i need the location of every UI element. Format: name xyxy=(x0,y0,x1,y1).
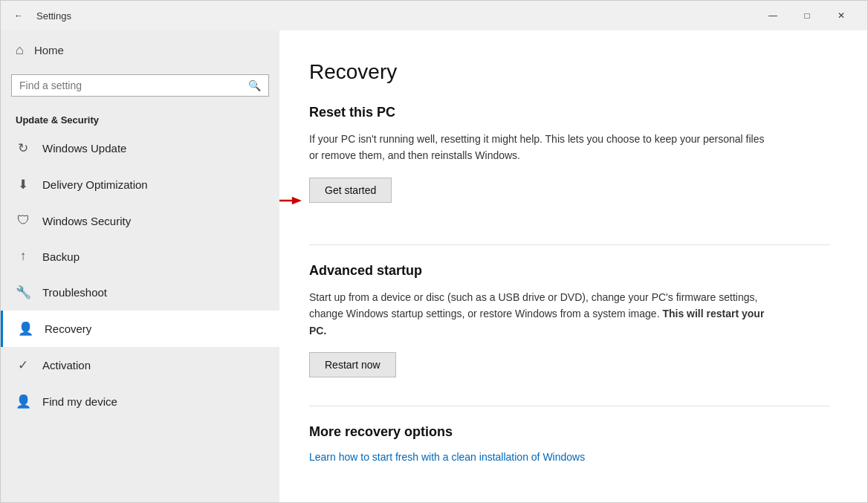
red-arrow-annotation xyxy=(279,192,302,209)
more-recovery-section: More recovery options Learn how to start… xyxy=(309,424,830,464)
sidebar-item-windows-security[interactable]: 🛡 Windows Security xyxy=(1,203,279,238)
sidebar-item-label-activation: Activation xyxy=(42,359,91,371)
sidebar-item-label-windows-security: Windows Security xyxy=(42,215,131,227)
sidebar: ⌂ Home 🔍 Update & Security ↻ Windows Upd… xyxy=(1,30,279,502)
sidebar-item-label-delivery-optimization: Delivery Optimization xyxy=(42,178,148,191)
sidebar-item-recovery[interactable]: 👤 Recovery xyxy=(1,311,279,347)
sidebar-item-activation[interactable]: ✓ Activation xyxy=(1,347,279,383)
title-bar-left: ← Settings xyxy=(10,4,71,27)
sidebar-section-label: Update & Security xyxy=(1,107,279,130)
sidebar-item-label-windows-update: Windows Update xyxy=(42,142,126,155)
advanced-startup-section: Advanced startup Start up from a device … xyxy=(309,263,830,398)
home-icon: ⌂ xyxy=(16,42,24,58)
clean-install-link[interactable]: Learn how to start fresh with a clean in… xyxy=(309,451,585,463)
more-recovery-title: More recovery options xyxy=(309,424,830,440)
search-input[interactable] xyxy=(19,79,242,91)
windows-update-icon: ↻ xyxy=(16,140,30,156)
title-bar: ← Settings — □ ✕ xyxy=(1,1,867,30)
back-button[interactable]: ← xyxy=(10,4,27,27)
sidebar-item-backup[interactable]: ↑ Backup xyxy=(1,238,279,274)
main-content: Recovery Reset this PC If your PC isn't … xyxy=(279,30,867,502)
sidebar-item-label-backup: Backup xyxy=(42,250,80,263)
sidebar-home-item[interactable]: ⌂ Home xyxy=(1,30,279,70)
sidebar-item-troubleshoot[interactable]: 🔧 Troubleshoot xyxy=(1,274,279,311)
sidebar-item-label-recovery: Recovery xyxy=(45,322,91,335)
search-icon: 🔍 xyxy=(248,79,261,91)
find-my-device-icon: 👤 xyxy=(16,394,30,409)
activation-icon: ✓ xyxy=(16,357,30,373)
divider-1 xyxy=(309,244,830,245)
sidebar-item-label-find-my-device: Find my device xyxy=(42,395,117,408)
delivery-optimization-icon: ⬇ xyxy=(16,177,30,192)
home-label: Home xyxy=(34,44,64,56)
minimize-button[interactable]: — xyxy=(756,4,790,27)
restart-now-button[interactable]: Restart now xyxy=(309,352,396,377)
divider-2 xyxy=(309,406,830,406)
get-started-button[interactable]: Get started xyxy=(309,178,392,203)
sidebar-item-find-my-device[interactable]: 👤 Find my device xyxy=(1,383,279,420)
maximize-button[interactable]: □ xyxy=(790,4,824,27)
recovery-icon: 👤 xyxy=(18,321,33,337)
sidebar-item-label-troubleshoot: Troubleshoot xyxy=(42,286,107,299)
search-box[interactable]: 🔍 xyxy=(11,74,269,97)
reset-pc-desc: If your PC isn't running well, resetting… xyxy=(309,131,770,164)
reset-pc-title: Reset this PC xyxy=(309,105,830,120)
advanced-startup-desc: Start up from a device or disc (such as … xyxy=(309,289,770,339)
settings-window: ← Settings — □ ✕ ⌂ Home 🔍 Update & Secur… xyxy=(0,0,868,503)
page-title: Recovery xyxy=(309,60,830,84)
advanced-startup-title: Advanced startup xyxy=(309,263,830,279)
sidebar-item-delivery-optimization[interactable]: ⬇ Delivery Optimization xyxy=(1,166,279,203)
backup-icon: ↑ xyxy=(16,249,30,264)
window-title: Settings xyxy=(36,10,71,22)
window-controls: — □ ✕ xyxy=(756,4,858,27)
troubleshoot-icon: 🔧 xyxy=(16,285,30,300)
content-area: ⌂ Home 🔍 Update & Security ↻ Windows Upd… xyxy=(1,30,867,502)
sidebar-item-windows-update[interactable]: ↻ Windows Update xyxy=(1,130,279,166)
reset-pc-section: Reset this PC If your PC isn't running w… xyxy=(309,105,830,224)
close-button[interactable]: ✕ xyxy=(824,4,858,27)
windows-security-icon: 🛡 xyxy=(16,213,30,228)
svg-marker-1 xyxy=(292,197,302,205)
get-started-arrow-container: Get started xyxy=(309,178,830,224)
